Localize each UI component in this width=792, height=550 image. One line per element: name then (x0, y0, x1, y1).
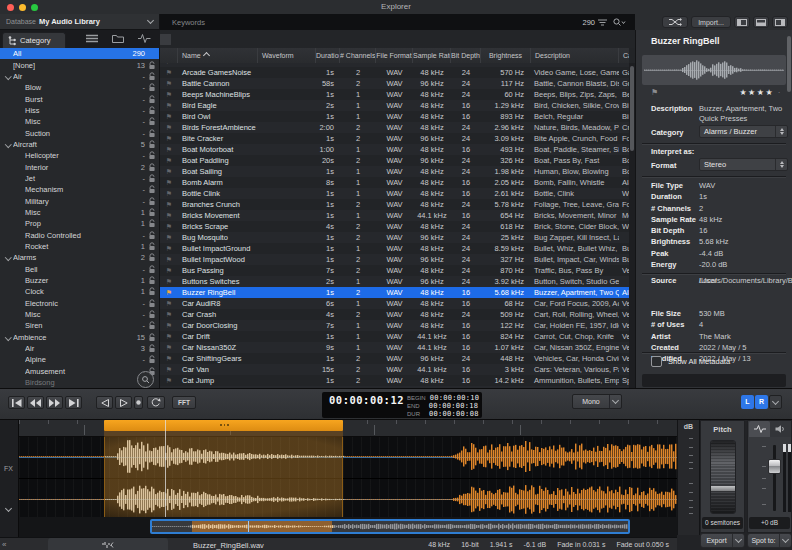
flag-icon[interactable]: ⚑ (160, 256, 178, 264)
expand-chevron-icon[interactable] (16, 355, 25, 364)
column-waveform[interactable]: Waveform (258, 48, 316, 63)
lock-icon[interactable] (148, 185, 156, 194)
column-flag[interactable] (160, 48, 178, 63)
table-row[interactable]: ⚑ Buzzer RingBell 1s 2 WAV 48 kHz 16 5.6… (160, 287, 629, 298)
table-row[interactable]: ⚑ Bottle Clink 1s 1 WAV 48 kHz 16 2.61 k… (160, 188, 629, 199)
lock-icon[interactable] (148, 276, 156, 285)
sidebar-item[interactable]: Misc - (0, 309, 159, 320)
table-row[interactable]: ⚑ Car Nissan350Z 9s 1 WAV 44.1 kHz 16 1.… (160, 342, 629, 353)
file-tab[interactable] (48, 538, 168, 550)
expand-chevron-icon[interactable] (16, 197, 25, 206)
lock-icon[interactable] (148, 242, 156, 251)
overview-viewport[interactable] (150, 519, 630, 534)
search-field[interactable]: Keywords 290 (160, 14, 635, 31)
volume-slider-thumb[interactable] (768, 459, 781, 474)
table-row[interactable]: ⚑ Boat Motorboat 1:00 1 WAV 48 kHz 16 49… (160, 144, 629, 155)
expand-chevron-icon[interactable] (16, 95, 25, 104)
table-row[interactable]: ⚑ Car Crash 4s 2 WAV 48 kHz 24 509 Hz Ca… (160, 309, 629, 320)
lock-icon[interactable] (148, 197, 156, 206)
lock-icon[interactable] (148, 174, 156, 183)
sidebar-item[interactable]: Misc 1 (0, 207, 159, 218)
expand-chevron-icon[interactable] (16, 163, 25, 172)
lock-icon[interactable] (148, 287, 156, 296)
flag-icon[interactable]: ⚑ (160, 278, 178, 286)
expand-chevron-icon[interactable] (16, 242, 25, 251)
sidebar-item[interactable]: Military - (0, 195, 159, 206)
sidebar-item[interactable]: Clock 1 (0, 286, 159, 297)
lock-icon[interactable] (148, 208, 156, 217)
waveform-canvas[interactable] (19, 437, 677, 517)
search-icon[interactable] (613, 18, 625, 27)
lock-icon[interactable] (148, 333, 156, 342)
flag-icon[interactable]: ⚑ (160, 201, 178, 209)
table-row[interactable]: ⚑ Bullet ImpactWood 1s 2 WAV 96 kHz 24 3… (160, 254, 629, 265)
checkbox-box[interactable] (651, 356, 662, 367)
flag-icon[interactable]: ⚑ (160, 190, 178, 198)
channel-options-button[interactable] (769, 395, 782, 409)
tab-list-icon[interactable] (86, 34, 98, 43)
expand-chevron-icon[interactable] (16, 287, 25, 296)
chevron-down-icon[interactable] (5, 505, 12, 512)
lock-icon[interactable] (148, 355, 156, 364)
lock-icon[interactable] (148, 95, 156, 104)
table-row[interactable]: ⚑ Car Van 15s 2 WAV 44.1 kHz 16 3 kHz Ca… (160, 364, 629, 375)
tab-monitor-view[interactable] (770, 421, 791, 437)
lock-icon[interactable] (148, 151, 156, 160)
source-path[interactable]: /Users/Documents/Library/Buzzer_ringBell… (699, 276, 789, 286)
maximize-window-button[interactable] (31, 4, 38, 11)
table-row[interactable]: ⚑ Battle Cannon 58s 2 WAV 96 kHz 24 117 … (160, 78, 629, 89)
lock-icon[interactable] (148, 321, 156, 330)
import-button[interactable]: Import... (691, 16, 731, 28)
sidebar-item[interactable]: Amusement - (0, 366, 159, 377)
expand-chevron-icon[interactable] (16, 174, 25, 183)
expand-chevron-icon[interactable] (16, 321, 25, 330)
sidebar-item[interactable]: Aircraft 5 (0, 139, 159, 150)
expand-chevron-icon[interactable] (16, 265, 25, 274)
skip-start-button[interactable] (8, 396, 25, 409)
expand-chevron-icon[interactable] (16, 310, 25, 319)
expand-chevron-icon[interactable] (4, 61, 13, 70)
play-reverse-button[interactable] (96, 396, 113, 409)
column-bitdepth[interactable]: Bit Depth (451, 48, 481, 63)
expand-chevron-icon[interactable] (16, 129, 25, 138)
sidebar-search-button[interactable] (137, 371, 154, 388)
expand-chevron-icon[interactable] (16, 151, 25, 160)
database-selector[interactable]: Database My Audio Library (0, 14, 160, 30)
column-samplerate[interactable]: Sample Rate (413, 48, 451, 63)
table-row[interactable]: ⚑ Boat Paddling 20s 2 WAV 96 kHz 24 326 … (160, 155, 629, 166)
flag-icon[interactable]: ⚑ (160, 146, 178, 154)
expand-chevron-icon[interactable] (16, 367, 25, 376)
flag-icon[interactable]: ⚑ (160, 289, 178, 297)
table-row[interactable]: ⚑ Boat Sailing 1s 1 WAV 48 kHz 24 1.98 k… (160, 166, 629, 177)
column-brightness[interactable]: Brightness (481, 48, 531, 63)
table-row[interactable]: ⚑ Bullet ImpactGround 1s 1 WAV 48 kHz 24… (160, 243, 629, 254)
flag-icon[interactable]: ⚑ (160, 168, 178, 176)
flag-icon[interactable]: ⚑ (160, 157, 178, 165)
lock-icon[interactable] (148, 344, 156, 353)
table-row[interactable]: ⚑ Buttons Switches 2s 1 WAV 96 kHz 24 3.… (160, 276, 629, 287)
lock-icon[interactable] (148, 129, 156, 138)
flag-icon[interactable]: ⚑ (160, 245, 178, 253)
flag-icon[interactable]: ⚑ (160, 179, 178, 187)
lock-icon[interactable] (148, 265, 156, 274)
column-format[interactable]: File Format (376, 48, 413, 63)
sidebar-item[interactable]: Air 3 (0, 343, 159, 354)
flag-icon[interactable]: ⚑ (160, 212, 178, 220)
flag-icon[interactable]: ⚑ (160, 322, 178, 330)
spot-to-button[interactable]: Spot to: (747, 533, 792, 548)
close-window-button[interactable] (7, 4, 14, 11)
sidebar-item[interactable]: Rocket 1 (0, 241, 159, 252)
column-duration[interactable]: Duration (316, 48, 340, 63)
rewind-button[interactable] (27, 396, 44, 409)
layout-left-panel-button[interactable] (734, 16, 750, 28)
right-channel-button[interactable]: R (755, 395, 768, 409)
lock-icon[interactable] (148, 106, 156, 115)
table-row[interactable]: ⚑ Bird Eagle 2s 1 WAV 48 kHz 16 1.29 kHz… (160, 100, 629, 111)
shuffle-button[interactable] (662, 16, 688, 28)
sidebar-item[interactable]: Bell - (0, 264, 159, 275)
expand-chevron-icon[interactable] (16, 219, 25, 228)
selection-handle-icon[interactable] (220, 424, 229, 426)
table-row[interactable]: ⚑ Beeps MachineBlips 1s 1 WAV 48 kHz 24 … (160, 89, 629, 100)
table-row[interactable]: ⚑ Car AudiR8 6s 1 WAV 48 kHz 16 68 Hz Ca… (160, 298, 629, 309)
sidebar-item[interactable]: Jet - (0, 173, 159, 184)
